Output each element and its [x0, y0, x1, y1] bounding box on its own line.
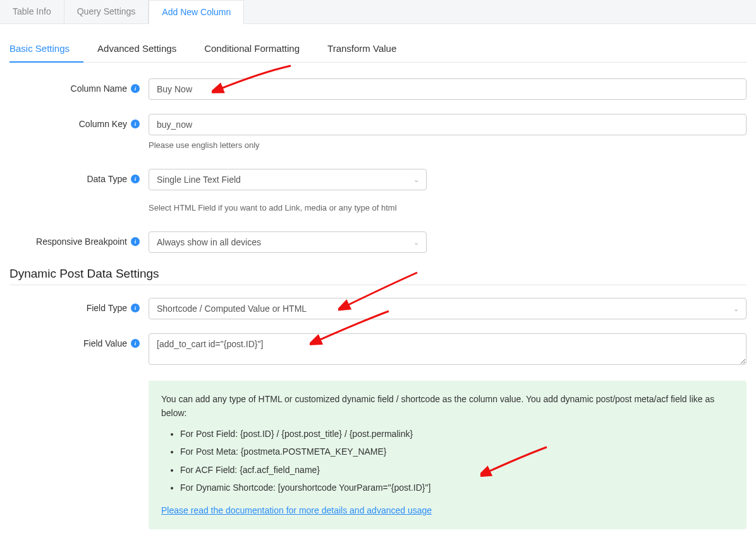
info-icon[interactable]: i [131, 175, 140, 183]
sub-tabs: Basic Settings Advanced Settings Conditi… [9, 37, 747, 63]
help-column-key: Please use english letters only [149, 140, 747, 150]
label-column-key: Column Key [79, 119, 127, 129]
responsive-breakpoint-select[interactable]: Always show in all devices ⌄ [149, 231, 427, 253]
row-data-type: Data Type i Single Line Text Field ⌄ Sel… [9, 169, 747, 212]
top-tabs: Table Info Query Settings Add New Column [0, 0, 756, 24]
info-icon[interactable]: i [131, 84, 140, 93]
help-data-type: Select HTML Field if you want to add Lin… [149, 203, 747, 212]
row-field-type: Field Type i Shortcode / Computed Value … [9, 298, 747, 319]
tab-query-settings[interactable]: Query Settings [64, 0, 149, 23]
list-item: For ACF Field: {acf.acf_field_name} [180, 463, 734, 477]
row-responsive-breakpoint: Responsive Breakpoint i Always show in a… [9, 231, 747, 253]
tab-add-new-column[interactable]: Add New Column [149, 0, 244, 24]
label-column-name: Column Name [71, 83, 127, 94]
info-icon[interactable]: i [131, 304, 140, 312]
tab-table-info[interactable]: Table Info [0, 0, 64, 23]
list-item: For Post Field: {post.ID} / {post.post_t… [180, 427, 734, 441]
label-responsive-breakpoint: Responsive Breakpoint [36, 237, 127, 247]
label-field-value: Field Value [83, 338, 127, 348]
info-icon[interactable]: i [131, 237, 140, 246]
row-notice: You can add any type of HTML or customiz… [9, 381, 747, 529]
row-field-value: Field Value i [add_to_cart id="{post.ID}… [9, 333, 747, 367]
field-type-select[interactable]: Shortcode / Computed Value or HTML ⌄ [149, 298, 747, 319]
documentation-link[interactable]: Please read the documentation for more d… [161, 505, 432, 515]
list-item: For Dynamic Shortcode: [yourshortcode Yo… [180, 481, 734, 495]
subtab-advanced-settings[interactable]: Advanced Settings [97, 37, 190, 62]
label-data-type: Data Type [87, 174, 127, 184]
notice-box: You can add any type of HTML or customiz… [149, 381, 747, 529]
section-heading-dynamic-post-data: Dynamic Post Data Settings [9, 267, 747, 285]
notice-intro: You can add any type of HTML or customiz… [161, 392, 734, 421]
row-column-key: Column Key i Please use english letters … [9, 114, 747, 150]
data-type-select[interactable]: Single Line Text Field ⌄ [149, 169, 427, 190]
notice-list: For Post Field: {post.ID} / {post.post_t… [180, 427, 734, 495]
subtab-conditional-formatting[interactable]: Conditional Formatting [204, 37, 314, 62]
info-icon[interactable]: i [131, 120, 140, 128]
info-icon[interactable]: i [131, 339, 140, 348]
label-field-type: Field Type [87, 303, 127, 313]
list-item: For Post Meta: {postmeta.POSTMETA_KEY_NA… [180, 445, 734, 458]
subtab-transform-value[interactable]: Transform Value [327, 37, 410, 62]
subtab-basic-settings[interactable]: Basic Settings [9, 37, 83, 63]
field-value-textarea[interactable]: [add_to_cart id="{post.ID}"] [149, 333, 747, 365]
column-name-input[interactable] [149, 78, 747, 100]
column-key-input[interactable] [149, 114, 747, 135]
row-column-name: Column Name i [9, 78, 747, 100]
